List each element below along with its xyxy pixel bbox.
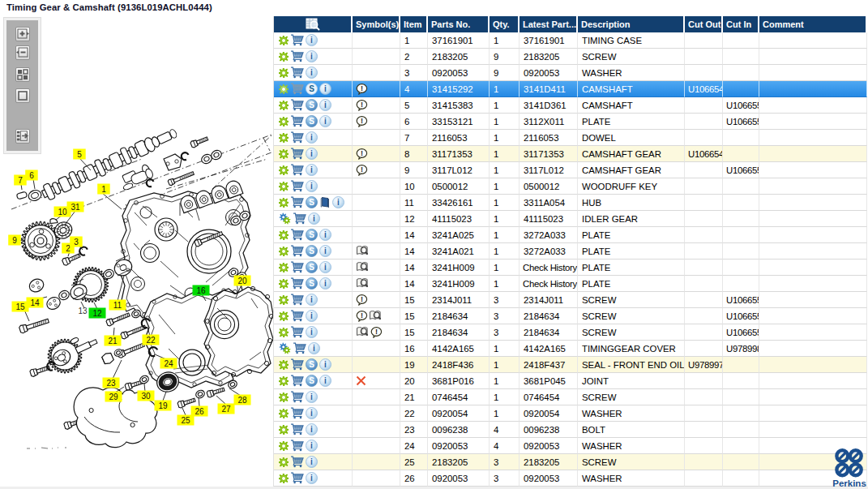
svg-text:26: 26	[195, 407, 204, 416]
svg-text:i: i	[310, 133, 313, 142]
svg-text:i: i	[310, 182, 313, 191]
svg-text:S: S	[309, 230, 314, 239]
svg-text:30: 30	[141, 392, 151, 401]
svg-text:19: 19	[158, 401, 168, 410]
svg-text:i: i	[310, 328, 313, 337]
svg-text:S: S	[309, 101, 314, 109]
svg-text:!: !	[375, 328, 378, 336]
svg-text:6: 6	[29, 171, 34, 180]
svg-text:29: 29	[109, 392, 118, 401]
svg-text:13: 13	[78, 307, 88, 315]
svg-text:S: S	[309, 84, 314, 93]
svg-text:i: i	[310, 425, 313, 434]
svg-text:7: 7	[18, 176, 23, 185]
svg-text:S: S	[309, 198, 314, 207]
svg-text:22: 22	[146, 336, 156, 345]
svg-text:S: S	[309, 279, 314, 288]
svg-text:20: 20	[237, 277, 247, 285]
svg-text:S: S	[309, 263, 314, 272]
svg-text:i: i	[324, 230, 327, 239]
svg-text:1: 1	[101, 185, 106, 194]
svg-text:24: 24	[164, 359, 173, 368]
svg-text:i: i	[324, 279, 327, 288]
svg-text:i: i	[310, 409, 313, 418]
svg-text:i: i	[324, 263, 327, 272]
svg-text:i: i	[310, 68, 313, 77]
svg-text:i: i	[324, 360, 327, 369]
svg-text:3: 3	[74, 238, 79, 247]
svg-text:11: 11	[113, 301, 122, 310]
svg-text:i: i	[310, 165, 313, 174]
svg-text:28: 28	[237, 396, 247, 405]
svg-text:i: i	[337, 198, 340, 207]
svg-text:i: i	[310, 392, 313, 401]
svg-text:i: i	[324, 247, 327, 255]
svg-text:i: i	[324, 84, 327, 93]
svg-text:14: 14	[30, 298, 40, 307]
svg-text:!: !	[361, 311, 363, 320]
svg-text:!: !	[361, 149, 363, 157]
svg-text:!: !	[361, 165, 363, 174]
svg-text:15: 15	[15, 302, 25, 311]
svg-text:i: i	[310, 149, 313, 158]
svg-text:12: 12	[92, 309, 102, 318]
svg-text:!: !	[361, 117, 363, 125]
svg-text:S: S	[309, 376, 314, 385]
svg-text:i: i	[310, 457, 313, 466]
svg-text:S: S	[309, 247, 314, 255]
svg-text:i: i	[310, 311, 313, 320]
svg-text:i: i	[324, 101, 327, 109]
svg-text:!: !	[361, 101, 363, 109]
svg-text:9: 9	[12, 236, 17, 245]
svg-text:!: !	[361, 295, 363, 303]
svg-text:27: 27	[221, 405, 231, 414]
svg-text:i: i	[313, 214, 315, 223]
svg-text:16: 16	[196, 286, 206, 295]
svg-text:21: 21	[108, 337, 118, 345]
svg-text:i: i	[310, 52, 313, 61]
svg-text:i: i	[324, 117, 327, 126]
svg-text:i: i	[324, 376, 327, 385]
svg-text:5: 5	[77, 150, 82, 159]
svg-text:i: i	[310, 441, 313, 450]
svg-text:23: 23	[106, 379, 116, 388]
svg-text:i: i	[310, 474, 313, 483]
svg-text:10: 10	[58, 208, 67, 217]
svg-text:S: S	[309, 360, 314, 369]
svg-text:i: i	[310, 295, 313, 304]
svg-text:!: !	[361, 84, 363, 92]
svg-text:i: i	[313, 344, 315, 353]
svg-text:S: S	[309, 117, 314, 126]
svg-text:25: 25	[181, 416, 190, 425]
svg-text:31: 31	[71, 203, 80, 212]
svg-text:i: i	[310, 36, 313, 45]
